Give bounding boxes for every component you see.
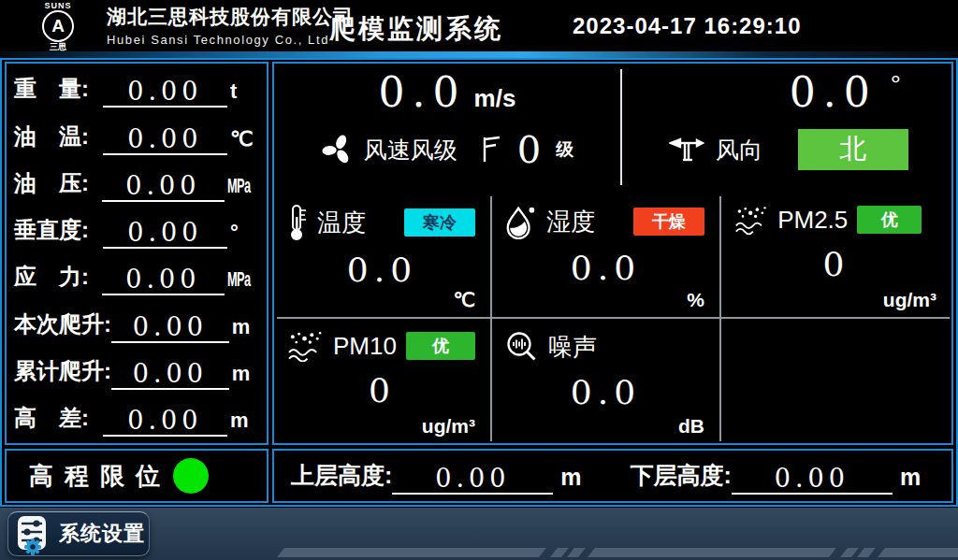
metric-unit: t (230, 79, 259, 104)
metrics-panel: 重 量: 0.00 t 油 温: 0.00 ℃ 油 压: 0.00 MPa 垂直… (5, 62, 269, 445)
metric-unit: m (232, 362, 259, 386)
lower-height-label: 下层高度: (631, 460, 732, 491)
metric-unit: MPa (227, 174, 246, 198)
thermometer-icon (287, 204, 308, 241)
pm10-status-badge: 优 (406, 332, 475, 360)
sensor-name: PM10 (333, 332, 397, 361)
metric-value: 0.00 (111, 360, 229, 390)
lower-height-value: 0.00 (732, 465, 893, 495)
sensor-name: 噪声 (548, 331, 597, 364)
sensor-unit: ug/m³ (883, 289, 936, 311)
datetime-display: 2023-04-17 16:29:10 (573, 13, 802, 39)
temperature-status-badge: 寒冷 (404, 208, 475, 237)
company-name-cn: 湖北三思科技股份有限公司 (107, 4, 354, 30)
metric-row-oil-temp: 油 温: 0.00 ℃ (12, 112, 261, 159)
metric-value: 0.00 (102, 266, 225, 295)
sensor-name: 温度 (317, 207, 366, 239)
wind-level-value: 0 (517, 129, 541, 170)
metric-label: 累计爬升: (14, 356, 111, 386)
metric-label: 本次爬升: (14, 309, 111, 339)
sensor-panel: 0.0m/s 风速风级 0 级 (272, 62, 953, 445)
metric-value: 0.00 (102, 172, 225, 202)
metric-value: 0.00 (103, 78, 227, 108)
metric-row-total-climb: 累计爬升: 0.00 m (12, 348, 261, 395)
pm25-status-badge: 优 (857, 206, 922, 234)
logo-mark-icon: A (42, 10, 74, 42)
wind-direction-cell: 0.0° 风向 北 (622, 64, 955, 191)
sensor-value: 0.0 (492, 373, 719, 411)
sensor-value: 0 (274, 371, 490, 409)
metric-unit: m (230, 409, 259, 433)
metric-value: 0.00 (103, 219, 227, 249)
metric-unit: m (232, 315, 259, 339)
sensor-value: 0.0 (492, 249, 719, 287)
fan-icon (321, 133, 355, 166)
metric-row-oil-pressure: 油 压: 0.00 MPa (12, 160, 261, 207)
climbing-formwork-monitor-screen: SUNS A 三思 湖北三思科技股份有限公司 Hubei Sansi Techn… (0, 0, 958, 560)
sensor-unit: ug/m³ (422, 415, 475, 438)
company-name-block: 湖北三思科技股份有限公司 Hubei Sansi Technology Co.,… (107, 4, 354, 47)
wind-speed-label: 风速风级 (364, 135, 457, 165)
pm25-cell: PM2.5 优 0 ug/m³ (721, 193, 951, 317)
sensor-unit: ℃ (453, 289, 475, 311)
upper-height-group: 上层高度: 0.00 m (291, 460, 582, 501)
wind-speed-value-row: 0.0m/s (274, 69, 620, 125)
upper-height-label: 上层高度: (291, 460, 392, 491)
system-settings-button[interactable]: 系统设置 (7, 511, 150, 556)
page-title: 爬模监测系统 (329, 11, 503, 47)
header-accent-bar (0, 51, 958, 58)
sensor-value: 0 (721, 245, 951, 283)
dust-icon (287, 330, 324, 362)
metric-label: 应 力: (14, 262, 102, 292)
wind-vane-icon (669, 136, 704, 164)
wind-speed-cell: 0.0m/s 风速风级 0 级 (274, 64, 620, 191)
metric-row-height-diff: 高 差: 0.00 m (12, 395, 261, 441)
layer-heights-panel: 上层高度: 0.00 m 下层高度: 0.00 m (272, 449, 953, 503)
wind-direction-value-row: 0.0° (622, 69, 955, 125)
metric-label: 油 压: (14, 168, 102, 198)
wind-level-flag-icon (482, 136, 502, 164)
wind-level-unit: 级 (556, 137, 573, 162)
sensor-unit: % (687, 289, 704, 311)
metric-label: 重 量: (14, 74, 103, 104)
lower-height-group: 下层高度: 0.00 m (631, 460, 922, 501)
wind-direction-value: 0.0 (790, 68, 878, 116)
pm10-cell: PM10 优 0 ug/m³ (274, 319, 490, 443)
metric-unit: ℃ (230, 127, 259, 151)
sensor-unit: dB (678, 415, 704, 438)
droplet-icon (505, 204, 537, 239)
logo-letter: A (51, 16, 65, 36)
metric-value: 0.00 (111, 313, 229, 343)
wind-direction-unit: ° (891, 70, 901, 99)
temperature-cell: 温度 寒冷 0.0 ℃ (274, 193, 490, 317)
humidity-status-badge: 干燥 (633, 208, 704, 236)
compass-direction-button[interactable]: 北 (798, 129, 908, 170)
wind-direction-label: 风向 (716, 135, 762, 165)
metric-row-weight: 重 量: 0.00 t (12, 65, 261, 112)
metric-label: 高 差: (14, 403, 103, 433)
settings-button-label: 系统设置 (59, 520, 145, 548)
gear-icon (23, 538, 42, 556)
company-logo: SUNS A 三思 (24, 1, 92, 51)
sensor-name: 湿度 (546, 206, 595, 238)
company-name-en: Hubei Sansi Technology Co., Ltd (107, 33, 354, 47)
sensor-value: 0.0 (274, 251, 490, 289)
metric-label: 垂直度: (14, 215, 103, 245)
logo-suns-text: SUNS (24, 1, 92, 10)
upper-height-unit: m (560, 464, 581, 491)
elevation-limit-panel: 高程限位 (5, 449, 269, 503)
metric-row-verticality: 垂直度: 0.00 ° (12, 207, 261, 253)
wind-speed-unit: m/s (474, 84, 516, 112)
logo-cn-text: 三思 (24, 42, 92, 51)
dust-icon (734, 204, 768, 236)
settings-sliders-icon (18, 516, 48, 552)
upper-height-value: 0.00 (392, 465, 553, 495)
elevation-limit-status-light (173, 458, 209, 494)
elevation-limit-label: 高程限位 (29, 460, 171, 493)
header: SUNS A 三思 湖北三思科技股份有限公司 Hubei Sansi Techn… (0, 0, 958, 51)
wind-speed-value: 0.0 (379, 68, 467, 116)
lower-height-unit: m (900, 464, 921, 491)
metric-unit: ° (230, 221, 259, 245)
metric-label: 油 温: (14, 122, 103, 151)
metric-value: 0.00 (103, 125, 227, 155)
